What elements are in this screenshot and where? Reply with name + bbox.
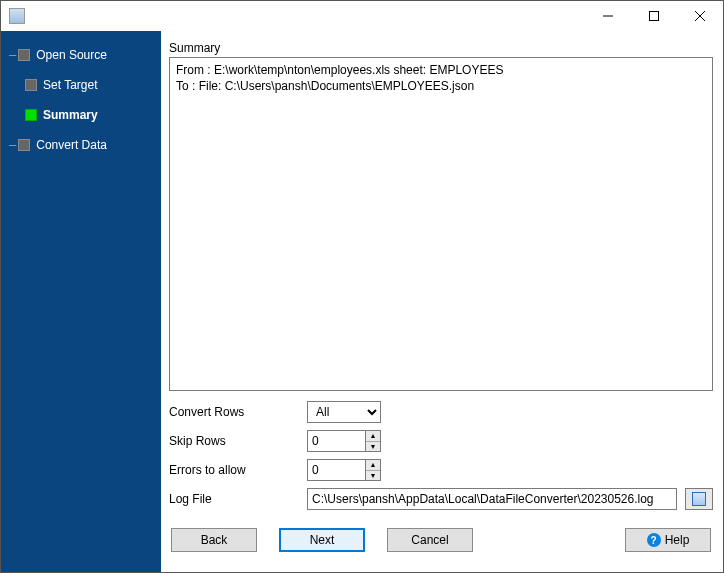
- spinner-up-icon[interactable]: ▲: [366, 460, 380, 471]
- summary-label: Summary: [169, 41, 713, 55]
- file-icon: [692, 492, 706, 506]
- errors-allow-input[interactable]: [307, 459, 365, 481]
- step-icon: [25, 79, 37, 91]
- help-button[interactable]: ? Help: [625, 528, 711, 552]
- help-button-label: Help: [665, 533, 690, 547]
- svg-rect-1: [650, 12, 659, 21]
- sidebar-item-convert-data[interactable]: — Convert Data: [1, 133, 161, 157]
- app-icon: [9, 8, 25, 24]
- sidebar-item-open-source[interactable]: — Open Source: [1, 43, 161, 67]
- help-icon: ?: [647, 533, 661, 547]
- spinner-down-icon[interactable]: ▼: [366, 442, 380, 452]
- summary-textarea[interactable]: From : E:\work\temp\nton\employees.xls s…: [169, 57, 713, 391]
- convert-rows-select[interactable]: All: [307, 401, 381, 423]
- sidebar-item-summary[interactable]: Summary: [1, 103, 161, 127]
- sidebar-item-label: Summary: [43, 108, 98, 122]
- convert-rows-label: Convert Rows: [169, 405, 299, 419]
- errors-allow-spinner[interactable]: ▲ ▼: [307, 459, 381, 481]
- close-button[interactable]: [677, 1, 723, 31]
- skip-rows-label: Skip Rows: [169, 434, 299, 448]
- errors-allow-label: Errors to allow: [169, 463, 299, 477]
- cancel-button[interactable]: Cancel: [387, 528, 473, 552]
- spinner-down-icon[interactable]: ▼: [366, 471, 380, 481]
- wizard-button-row: Back Next Cancel ? Help: [169, 522, 713, 562]
- sidebar-item-label: Set Target: [43, 78, 97, 92]
- minimize-button[interactable]: [585, 1, 631, 31]
- maximize-button[interactable]: [631, 1, 677, 31]
- step-icon-active: [25, 109, 37, 121]
- sidebar: — Open Source Set Target Summary — Conve…: [1, 31, 161, 572]
- titlebar: [1, 1, 723, 31]
- skip-rows-spinner[interactable]: ▲ ▼: [307, 430, 381, 452]
- summary-to-line: To : File: C:\Users\pansh\Documents\EMPL…: [176, 78, 706, 94]
- spinner-up-icon[interactable]: ▲: [366, 431, 380, 442]
- back-button[interactable]: Back: [171, 528, 257, 552]
- log-file-label: Log File: [169, 492, 299, 506]
- sidebar-item-label: Open Source: [36, 48, 107, 62]
- log-file-input[interactable]: [307, 488, 677, 510]
- sidebar-item-set-target[interactable]: Set Target: [1, 73, 161, 97]
- summary-from-line: From : E:\work\temp\nton\employees.xls s…: [176, 62, 706, 78]
- skip-rows-input[interactable]: [307, 430, 365, 452]
- step-icon: [18, 49, 30, 61]
- next-button[interactable]: Next: [279, 528, 365, 552]
- log-file-browse-button[interactable]: [685, 488, 713, 510]
- window-controls: [585, 1, 723, 31]
- sidebar-item-label: Convert Data: [36, 138, 107, 152]
- main-panel: Summary From : E:\work\temp\nton\employe…: [161, 31, 723, 572]
- step-icon: [18, 139, 30, 151]
